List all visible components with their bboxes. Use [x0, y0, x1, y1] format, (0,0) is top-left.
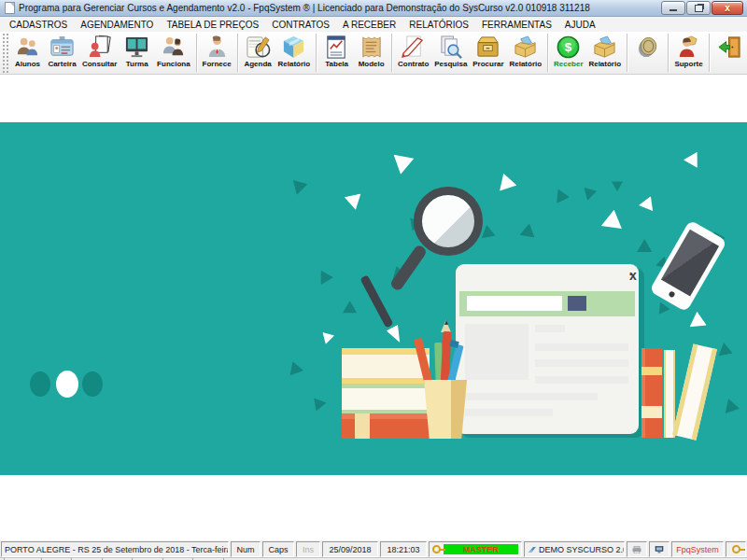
phone-home-button	[668, 290, 675, 298]
menu-relatorios[interactable]: RELATÓRIOS	[402, 19, 475, 31]
report-cube-icon	[281, 35, 306, 60]
browser-illustration: -x	[456, 264, 639, 434]
toolbar-relatorio-procurar-button[interactable]: Relatório	[507, 32, 545, 74]
toolbar-receber-button[interactable]: $ Receber	[551, 32, 585, 74]
pencil-band	[449, 340, 458, 348]
ellipsis-dot	[82, 371, 103, 397]
toolbar-contrato-button[interactable]: Contrato	[395, 32, 431, 74]
confetti-triangle	[285, 360, 304, 380]
status-license-panel: DEMO SYSCURSO 2.0	[524, 541, 625, 557]
magnifier-handle	[389, 244, 429, 292]
search-documents-icon	[438, 35, 463, 60]
status-date-panel: 25/09/2018	[322, 541, 378, 557]
toolbar-alunos-button[interactable]: Alunos	[10, 32, 45, 74]
confetti-triangle	[310, 397, 327, 413]
toolbar-turma-button[interactable]: Turma	[120, 32, 154, 74]
browser-image-placeholder	[465, 324, 529, 380]
restore-icon	[695, 5, 703, 12]
confetti-triangle	[638, 196, 655, 213]
status-brand-panel: FpqSystem	[671, 541, 724, 557]
confetti-triangle	[654, 301, 670, 317]
title-bar: Programa para Gerenciar Cursos e Agendam…	[0, 0, 747, 17]
pencil-cup	[423, 380, 468, 439]
toolbar-label: Consultar	[82, 60, 117, 68]
menu-agendamento[interactable]: AGENDAMENTO	[74, 19, 160, 31]
confetti-triangle	[720, 398, 741, 419]
toolbar-moeda-button[interactable]	[630, 32, 665, 74]
toolbar-separator	[237, 34, 238, 72]
contract-pen-icon	[401, 35, 426, 60]
toolbar-tabela-button[interactable]: Tabela	[319, 32, 354, 74]
license-text: DEMO SYSCURSO 2.0	[539, 545, 625, 554]
browser-search-input	[467, 296, 562, 311]
students-icon	[15, 35, 40, 60]
confetti-triangle	[493, 172, 518, 197]
menu-cadastros[interactable]: CADASTROS	[3, 19, 74, 31]
toolbar-separator	[196, 34, 197, 72]
toolbar-label: Procurar	[472, 60, 503, 68]
menu-tabela-de-precos[interactable]: TABELA DE PREÇOS	[160, 19, 265, 31]
menu-ferramentas[interactable]: FERRAMENTAS	[475, 19, 558, 31]
businessman-icon	[204, 35, 230, 60]
toolbar-separator	[709, 34, 710, 72]
toolbar-pesquisa-button[interactable]: Pesquisa	[431, 32, 470, 74]
toolbar-label: Tabela	[325, 60, 348, 68]
key-icon	[432, 545, 441, 553]
toolbar-suporte-button[interactable]: Suporte	[671, 32, 706, 74]
license-icon	[528, 546, 537, 553]
magnifier-lens	[414, 187, 483, 256]
toolbar-label: Contrato	[398, 60, 429, 68]
toolbar-label: Relatório	[278, 60, 311, 68]
ellipsis-dot	[56, 371, 78, 398]
chart-document-icon	[324, 35, 349, 60]
confetti-triangle	[581, 186, 597, 202]
toolbar-label: Alunos	[15, 60, 40, 68]
toolbar-separator	[316, 34, 317, 72]
toolbar-sair-button[interactable]	[712, 32, 747, 74]
person-documents-icon	[87, 35, 112, 60]
monitors-icon	[124, 35, 149, 60]
window-title: Programa para Gerenciar Cursos e Agendam…	[19, 3, 590, 13]
menu-a-receber[interactable]: A RECEBER	[336, 19, 402, 31]
toolbar-fornecedor-button[interactable]: Fornece	[200, 32, 234, 74]
parchment-icon	[359, 35, 384, 60]
phone-screen	[661, 230, 719, 297]
confetti-triangle	[289, 178, 308, 197]
toolbar-agenda-button[interactable]: Agenda	[241, 32, 275, 74]
status-user-panel: MASTER	[429, 541, 522, 557]
toolbar-modelo-button[interactable]: Modelo	[354, 32, 388, 74]
status-num-panel: Num	[231, 541, 261, 557]
id-card-icon	[49, 35, 75, 60]
status-location: PORTO ALEGRE - RS 25 de Setembro de 2018…	[5, 545, 229, 554]
status-network-panel	[649, 541, 669, 557]
browser-text-line	[535, 325, 565, 332]
toolbar-separator	[627, 34, 627, 72]
toolbar-funcionario-button[interactable]: Funciona	[154, 32, 192, 74]
menu-ajuda[interactable]: AJUDA	[558, 19, 602, 31]
toolbar-gripper[interactable]	[2, 33, 9, 73]
book-stack	[342, 348, 430, 439]
toolbar-label: Carteira	[48, 60, 76, 68]
toolbar-relatorio-agenda-button[interactable]: Relatório	[275, 32, 314, 74]
toolbar-label: Relatório	[588, 60, 621, 68]
printer-icon	[632, 546, 641, 553]
exit-door-icon	[717, 35, 742, 60]
confetti-triangle	[633, 238, 654, 259]
hero-illustration: -x	[0, 122, 747, 475]
ellipsis-dot	[30, 371, 50, 397]
toolbar-procurar-button[interactable]: Procurar	[470, 32, 506, 74]
minimize-button[interactable]	[661, 1, 685, 15]
toolbar-separator	[668, 34, 669, 72]
restore-button[interactable]	[686, 1, 711, 15]
status-time: 18:21:03	[387, 545, 419, 554]
browser-text-line	[465, 393, 598, 400]
toolbar-carteira-button[interactable]: Carteira	[45, 32, 79, 74]
status-bar: PORTO ALEGRE - RS 25 de Setembro de 2018…	[0, 539, 747, 557]
close-button[interactable]: x	[712, 1, 743, 15]
toolbar-consultar-button[interactable]: Consultar	[79, 32, 120, 74]
status-caps-panel: Caps	[262, 541, 294, 557]
toolbar-relatorio-receber-button[interactable]: Relatório	[585, 32, 624, 74]
browser-searchbar	[459, 291, 635, 316]
menu-contratos[interactable]: CONTRATOS	[265, 19, 336, 31]
toolbar-label: Fornece	[203, 60, 232, 68]
